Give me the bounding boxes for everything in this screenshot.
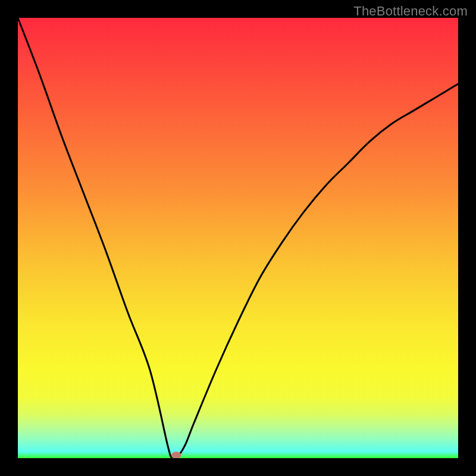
chart-frame — [18, 18, 458, 458]
watermark-text: TheBottleneck.com — [353, 4, 468, 19]
bottleneck-chart — [18, 18, 458, 458]
chart-background — [18, 18, 458, 458]
